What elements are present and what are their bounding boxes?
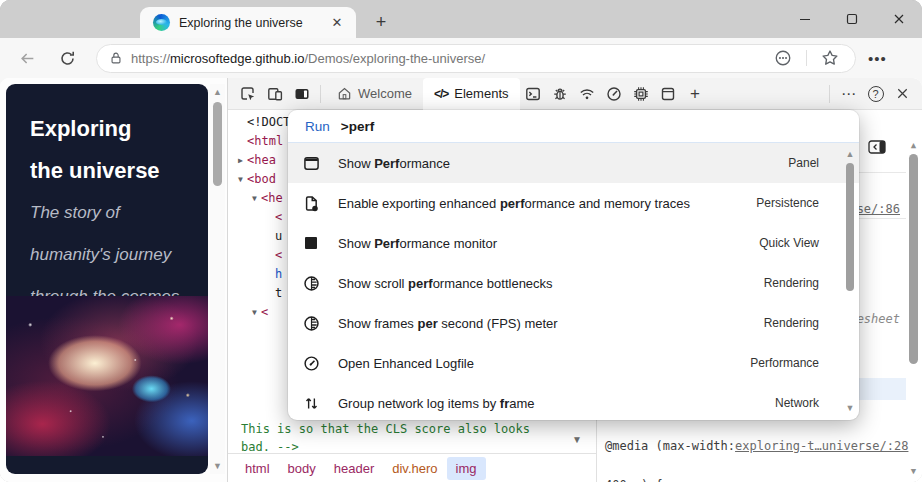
command-item[interactable]: Group network log items by frameNetwork (288, 383, 859, 420)
breadcrumb-item-body[interactable]: body (279, 457, 325, 480)
more-options-icon[interactable]: ⋯ (835, 80, 862, 108)
back-icon[interactable] (12, 43, 42, 73)
web-page: Exploringthe universe The story ofhumani… (0, 78, 227, 482)
command-item[interactable]: Show Performance monitorQuick View (288, 223, 859, 263)
scroll-down-icon[interactable]: ▼ (844, 403, 856, 413)
minimize-icon[interactable] (781, 0, 828, 38)
help-icon[interactable]: ? (862, 80, 889, 108)
command-item-label: Show Performance monitor (338, 236, 741, 251)
expand-arrow-icon[interactable]: ▼ (248, 189, 261, 208)
maximize-icon[interactable] (828, 0, 875, 38)
command-item[interactable]: Show PerformancePanel (288, 143, 859, 183)
command-item[interactable]: Show scroll performance bottlenecksRende… (288, 263, 859, 303)
html-comment-text[interactable]: This is so that the CLS score also looks… (241, 420, 530, 456)
toolbar-divider (320, 85, 321, 103)
breadcrumb-item-header[interactable]: header (325, 457, 383, 480)
scroll-up-icon[interactable]: ▲ (907, 140, 920, 150)
application-icon[interactable] (655, 80, 682, 108)
command-item-category: Rendering (764, 316, 819, 330)
address-bar[interactable]: https://microsoftedge.github.io/Demos/ex… (96, 44, 856, 73)
tree-node-text: t (275, 284, 282, 303)
inspect-icon[interactable] (234, 80, 261, 108)
command-item-category: Performance (750, 356, 819, 370)
performance-icon[interactable] (601, 80, 628, 108)
command-item[interactable]: Enable exporting enhanced performance an… (288, 183, 859, 223)
styles-scrollbar[interactable]: ▲ ▼ (907, 138, 920, 478)
gauge-icon[interactable] (302, 354, 320, 372)
settings-more-icon[interactable]: ••• (868, 50, 887, 67)
browser-window: Exploring the universe ✕ + h (0, 0, 922, 482)
console-icon[interactable] (520, 80, 547, 108)
network-icon[interactable] (574, 80, 601, 108)
tree-node-text: <he (261, 189, 283, 208)
title-bar: Exploring the universe ✕ + (0, 0, 922, 38)
main-content: Exploringthe universe The story ofhumani… (0, 78, 922, 482)
command-item-label: Show scroll performance bottlenecks (338, 276, 746, 291)
elements-scroll-down-icon[interactable]: ▼ (572, 434, 582, 445)
focus-mode-icon[interactable] (288, 80, 315, 108)
dock-sidebar-icon[interactable] (868, 140, 886, 154)
tree-node-text: < (275, 208, 282, 227)
expand-arrow-icon[interactable]: ▶ (234, 151, 247, 170)
favorites-star-icon[interactable] (815, 43, 845, 73)
command-item-label: Show frames per second (FPS) meter (338, 316, 746, 331)
scroll-up-icon[interactable]: ▲ (844, 149, 856, 159)
command-item-category: Network (775, 396, 819, 410)
command-item-label: Group network log items by frame (338, 396, 757, 411)
rendering-icon[interactable] (302, 314, 320, 332)
run-label: Run (305, 119, 330, 134)
tree-node-text: < (275, 246, 282, 265)
page-scrollbar-thumb[interactable] (213, 102, 222, 186)
palette-scrollbar[interactable]: ▲ ▼ (844, 147, 856, 415)
export-trace-icon[interactable] (302, 194, 320, 212)
debug-icon[interactable] (547, 80, 574, 108)
stylesheet-link-28[interactable]: exploring-t…universe/:28 (735, 440, 908, 453)
tree-node-text: h (275, 265, 282, 284)
page-scrollbar[interactable]: ▲ ▼ (210, 84, 225, 474)
breadcrumb-item-html[interactable]: html (236, 457, 279, 480)
command-palette-list: Show PerformancePanelEnable exporting en… (288, 143, 859, 420)
comment-line: This is so that the CLS score also looks (241, 420, 530, 438)
edge-favicon-icon (153, 14, 170, 31)
add-panel-icon[interactable]: + (682, 80, 709, 108)
tab-welcome-label: Welcome (358, 86, 412, 101)
tab-close-icon[interactable]: ✕ (328, 14, 346, 32)
media-rule-block[interactable]: @media (max-width:exploring-t…universe/:… (605, 414, 902, 482)
monitor-icon[interactable] (302, 234, 320, 252)
url-text[interactable]: https://microsoftedge.github.io/Demos/ex… (131, 51, 768, 66)
sort-arrows-icon[interactable] (302, 394, 320, 412)
device-emulation-icon[interactable] (261, 80, 288, 108)
breadcrumb-item-div-hero[interactable]: div.hero (383, 457, 446, 480)
panel-icon[interactable] (302, 154, 320, 172)
memory-icon[interactable] (628, 80, 655, 108)
reload-icon[interactable] (52, 43, 82, 73)
browser-tab[interactable]: Exploring the universe ✕ (140, 7, 356, 38)
site-permissions-icon[interactable] (768, 43, 798, 73)
command-input[interactable]: >perf (341, 119, 374, 134)
scroll-down-icon[interactable]: ▼ (907, 466, 920, 476)
expand-arrow-icon[interactable]: ▼ (234, 170, 247, 189)
tab-welcome[interactable]: Welcome (326, 78, 423, 110)
command-item[interactable]: Open Enhanced LogfilePerformance (288, 343, 859, 383)
styles-scrollbar-thumb[interactable] (909, 154, 918, 364)
lock-icon[interactable] (109, 51, 123, 65)
expand-arrow-icon[interactable]: ▼ (248, 303, 261, 322)
media-query-text: @media (max-width: (605, 440, 735, 453)
rendering-icon[interactable] (302, 274, 320, 292)
scroll-up-icon[interactable]: ▲ (210, 87, 225, 97)
palette-scrollbar-thumb[interactable] (846, 163, 854, 291)
window-controls (781, 0, 922, 38)
command-item[interactable]: Show frames per second (FPS) meterRender… (288, 303, 859, 343)
address-divider (806, 50, 807, 66)
close-devtools-icon[interactable] (889, 80, 916, 108)
devtools: Welcome </> Elements + ⋯? <!DOCTY<html l… (227, 78, 922, 482)
command-item-label: Show Performance (338, 156, 770, 171)
close-icon[interactable] (875, 0, 922, 38)
new-tab-button[interactable]: + (368, 9, 394, 35)
tab-elements[interactable]: </> Elements (423, 78, 520, 110)
scroll-down-icon[interactable]: ▼ (210, 461, 225, 471)
tree-node-text: < (261, 303, 268, 322)
breadcrumb: htmlbodyheaderdiv.heroimg (228, 453, 596, 482)
breadcrumb-item-img[interactable]: img (447, 457, 486, 480)
hero-subtitle-line: humanity's journey (30, 234, 208, 276)
